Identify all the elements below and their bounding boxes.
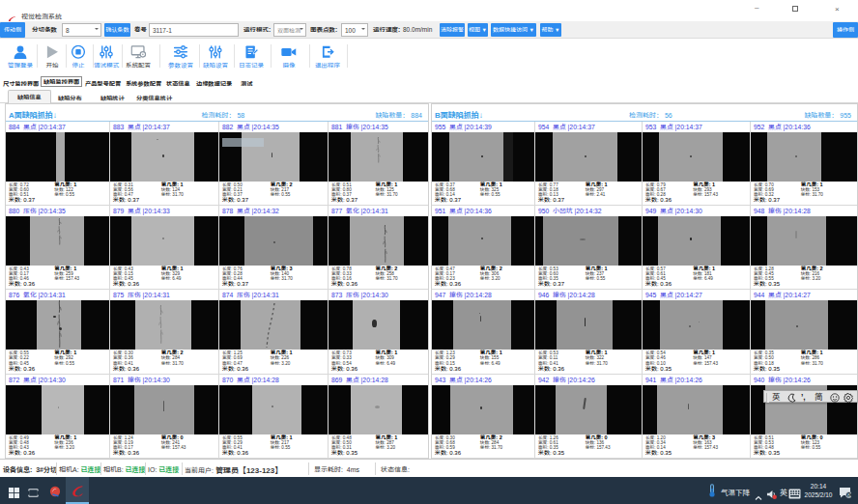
svg-text:6: 6 bbox=[847, 492, 850, 498]
